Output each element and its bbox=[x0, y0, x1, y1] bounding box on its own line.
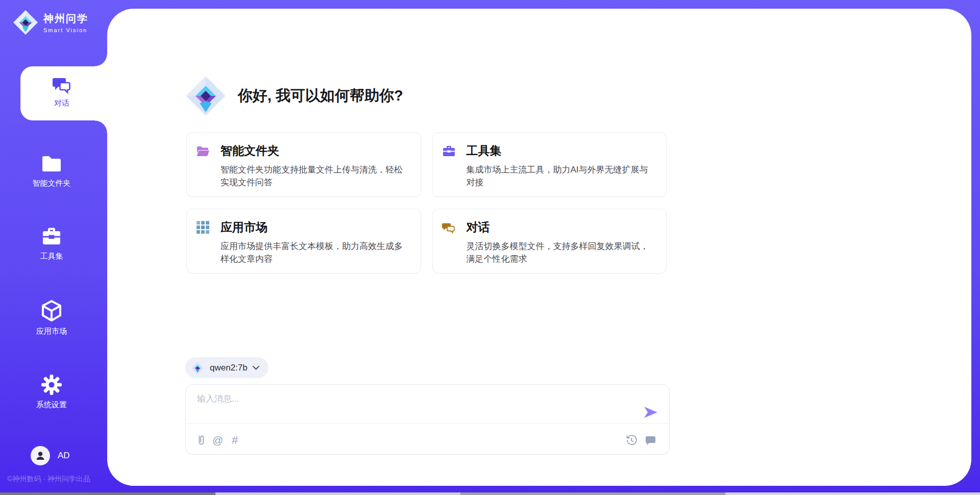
user-initials: AD bbox=[58, 451, 70, 461]
gear-icon bbox=[40, 374, 63, 398]
card-smart-folder[interactable]: 智能文件夹 智能文件夹功能支持批量文件上传与清洗，轻松实现文件问答 bbox=[186, 132, 421, 197]
card-title: 对话 bbox=[467, 219, 490, 235]
cube-icon bbox=[40, 299, 63, 325]
user-menu[interactable]: AD bbox=[31, 446, 70, 465]
hashtag-icon[interactable]: # bbox=[232, 433, 238, 448]
sidebar-item-label: 智能文件夹 bbox=[0, 179, 103, 188]
composer-divider bbox=[186, 423, 669, 424]
sidebar-item-toolset[interactable]: 工具集 bbox=[0, 225, 103, 261]
app-title: 神州问学 bbox=[43, 12, 88, 26]
card-title: 工具集 bbox=[467, 143, 502, 159]
model-diamond-icon bbox=[191, 362, 204, 374]
main-content: 你好, 我可以如何帮助你? 智能文件夹 智能文件夹功能支持批量文件上传与清洗，轻… bbox=[185, 0, 667, 477]
model-selector[interactable]: qwen2:7b bbox=[185, 357, 268, 378]
tab-fillet-top bbox=[95, 54, 107, 66]
sidebar-item-label: 工具集 bbox=[0, 252, 103, 261]
send-button[interactable] bbox=[644, 407, 658, 418]
tab-fillet-bottom bbox=[95, 120, 107, 133]
assistant-diamond-icon bbox=[185, 76, 226, 116]
toolbox-icon bbox=[40, 225, 63, 250]
card-app-market[interactable]: 应用市场 应用市场提供丰富长文本模板，助力高效生成多样化文章内容 bbox=[186, 209, 421, 274]
toolbox-icon bbox=[442, 144, 456, 158]
sidebar-item-label: 应用市场 bbox=[0, 327, 103, 336]
card-description: 应用市场提供丰富长文本模板，助力高效生成多样化文章内容 bbox=[220, 240, 408, 265]
sidebar-item-label: 系统设置 bbox=[0, 400, 103, 410]
card-title: 应用市场 bbox=[220, 219, 267, 235]
card-title: 智能文件夹 bbox=[220, 143, 279, 159]
folder-icon bbox=[40, 153, 63, 177]
card-description: 灵活切换多模型文件，支持多样回复效果调试，满足个性化需求 bbox=[467, 240, 654, 265]
message-composer: @ # bbox=[185, 384, 670, 455]
brand-diamond-icon bbox=[13, 9, 38, 36]
copyright-text: ©神州数码 · 神州问学出品 bbox=[7, 475, 109, 484]
card-description: 集成市场上主流工具，助力AI与外界无缝扩展与对接 bbox=[467, 163, 654, 189]
history-icon[interactable] bbox=[626, 433, 637, 448]
comment-icon[interactable] bbox=[645, 433, 656, 448]
card-chat[interactable]: 对话 灵活切换多模型文件，支持多样回复效果调试，满足个性化需求 bbox=[432, 209, 667, 274]
card-description: 智能文件夹功能支持批量文件上传与清洗，轻松实现文件问答 bbox=[220, 163, 408, 189]
folder-open-icon bbox=[196, 144, 210, 158]
sidebar-item-smart-folder[interactable]: 智能文件夹 bbox=[0, 153, 103, 188]
mention-icon[interactable]: @ bbox=[212, 433, 223, 448]
avatar bbox=[31, 446, 50, 465]
sidebar-item-label: 对话 bbox=[20, 98, 103, 108]
sidebar-item-chat[interactable]: 对话 bbox=[20, 66, 108, 120]
sidebar: 神州问学 Smart Vision 对话 智能文件夹 bbox=[0, 0, 107, 495]
send-icon bbox=[644, 407, 658, 418]
chevron-down-icon bbox=[253, 366, 259, 370]
app-subtitle: Smart Vision bbox=[43, 27, 88, 33]
app-logo: 神州问学 Smart Vision bbox=[13, 9, 88, 36]
screen-edge-strip bbox=[0, 492, 980, 495]
attach-file-icon[interactable] bbox=[197, 433, 205, 448]
chat-icon bbox=[51, 88, 72, 97]
feature-cards: 智能文件夹 智能文件夹功能支持批量文件上传与清洗，轻松实现文件问答 工具集 集成… bbox=[186, 132, 667, 274]
grid-icon bbox=[196, 220, 210, 234]
chat-icon bbox=[442, 220, 456, 234]
greeting-text: 你好, 我可以如何帮助你? bbox=[238, 86, 403, 106]
sidebar-item-settings[interactable]: 系统设置 bbox=[0, 374, 103, 410]
greeting: 你好, 我可以如何帮助你? bbox=[185, 76, 403, 116]
sidebar-item-app-market[interactable]: 应用市场 bbox=[0, 299, 103, 336]
person-icon bbox=[35, 450, 46, 461]
model-name: qwen2:7b bbox=[210, 363, 248, 373]
message-input[interactable] bbox=[197, 393, 636, 419]
card-toolset[interactable]: 工具集 集成市场上主流工具，助力AI与外界无缝扩展与对接 bbox=[432, 132, 667, 197]
